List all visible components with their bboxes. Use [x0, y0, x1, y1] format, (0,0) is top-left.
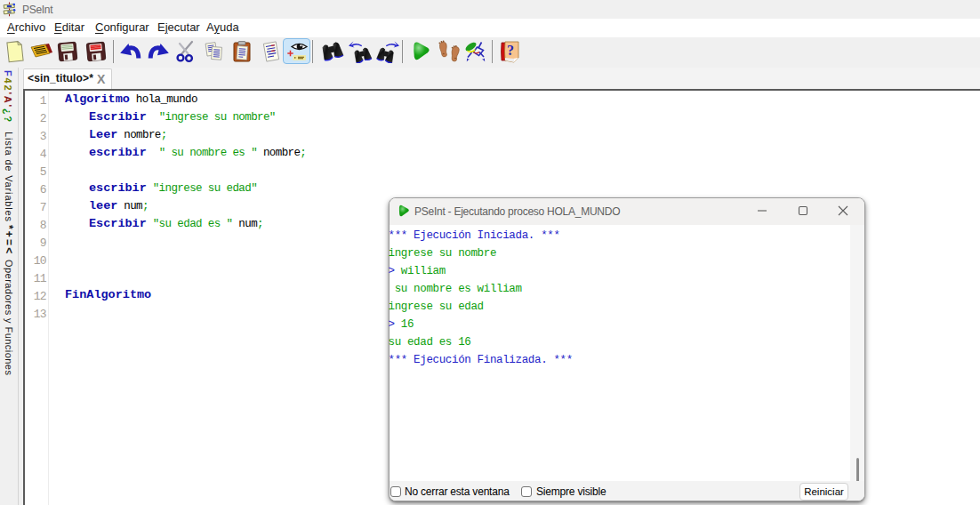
svg-text:?: ? [507, 43, 514, 58]
